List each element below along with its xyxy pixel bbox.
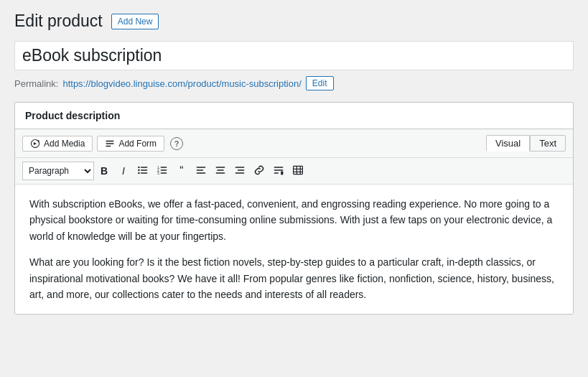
svg-rect-24 bbox=[235, 172, 245, 174]
align-center-icon bbox=[215, 164, 226, 178]
content-paragraph-2: What are you looking for? Is it the best… bbox=[29, 254, 559, 302]
svg-point-6 bbox=[138, 169, 139, 170]
svg-rect-9 bbox=[141, 172, 148, 174]
postbox-title: Product description bbox=[25, 110, 563, 121]
add-form-button[interactable]: Add Form bbox=[97, 136, 164, 152]
ordered-list-button[interactable]: 1.2.3. bbox=[153, 162, 172, 180]
svg-rect-22 bbox=[235, 167, 245, 168]
align-right-icon bbox=[234, 164, 246, 178]
italic-icon: I bbox=[122, 165, 125, 177]
align-left-icon bbox=[195, 164, 207, 178]
svg-rect-5 bbox=[141, 167, 148, 168]
formatting-bar: Paragraph Heading 1 Heading 2 Heading 3 … bbox=[15, 158, 573, 185]
svg-rect-26 bbox=[274, 169, 284, 171]
svg-rect-7 bbox=[141, 169, 148, 171]
svg-rect-25 bbox=[274, 167, 284, 168]
blockquote-button[interactable]: “ bbox=[172, 162, 191, 180]
align-right-button[interactable] bbox=[230, 162, 249, 180]
italic-button[interactable]: I bbox=[114, 162, 133, 180]
svg-rect-17 bbox=[197, 169, 204, 171]
edit-permalink-button[interactable]: Edit bbox=[306, 76, 334, 90]
horizontal-rule-button[interactable] bbox=[269, 162, 288, 180]
align-center-button[interactable] bbox=[211, 162, 230, 180]
tab-visual[interactable]: Visual bbox=[486, 135, 530, 152]
link-icon bbox=[253, 164, 265, 178]
product-description-box: Product description Add Media Add Form ?… bbox=[14, 102, 574, 315]
svg-point-4 bbox=[138, 166, 139, 167]
svg-rect-20 bbox=[217, 169, 224, 171]
svg-rect-11 bbox=[161, 167, 167, 168]
page-title: Edit product bbox=[14, 11, 103, 31]
add-form-icon bbox=[105, 139, 115, 149]
align-left-button[interactable] bbox=[192, 162, 210, 180]
horizontal-rule-icon bbox=[273, 164, 284, 178]
permalink-row: Permalink: https://blogvideo.linguise.co… bbox=[14, 76, 574, 90]
table-icon bbox=[292, 164, 304, 178]
editor-tabs: Visual Text bbox=[486, 135, 566, 152]
bold-icon: B bbox=[101, 165, 108, 177]
add-media-icon bbox=[30, 139, 40, 149]
svg-rect-16 bbox=[197, 167, 206, 168]
help-icon[interactable]: ? bbox=[170, 137, 183, 150]
svg-rect-29 bbox=[294, 166, 303, 174]
table-button[interactable] bbox=[289, 162, 307, 180]
unordered-list-icon bbox=[137, 164, 149, 178]
svg-text:3.: 3. bbox=[157, 170, 161, 174]
svg-rect-27 bbox=[274, 172, 279, 174]
editor-toolbar: Add Media Add Form ? Visual Text bbox=[15, 129, 573, 158]
add-new-button[interactable]: Add New bbox=[111, 14, 159, 29]
bold-button[interactable]: B bbox=[95, 162, 113, 180]
content-paragraph-1: With subscription eBooks, we offer a fas… bbox=[29, 196, 559, 244]
page-header: Edit product Add New bbox=[14, 11, 574, 31]
paragraph-format-select[interactable]: Paragraph Heading 1 Heading 2 Heading 3 … bbox=[22, 162, 94, 180]
svg-rect-18 bbox=[197, 172, 206, 174]
permalink-link[interactable]: https://blogvideo.linguise.com/product/m… bbox=[62, 78, 301, 89]
svg-rect-21 bbox=[216, 172, 225, 174]
unordered-list-button[interactable] bbox=[134, 162, 152, 180]
ordered-list-icon: 1.2.3. bbox=[157, 164, 168, 178]
svg-rect-3 bbox=[106, 145, 111, 146]
svg-point-8 bbox=[138, 172, 139, 173]
svg-rect-13 bbox=[161, 169, 167, 171]
editor-content-area[interactable]: With subscription eBooks, we offer a fas… bbox=[15, 185, 573, 314]
add-media-button[interactable]: Add Media bbox=[22, 136, 93, 152]
product-name-input[interactable] bbox=[14, 41, 574, 70]
postbox-header: Product description bbox=[15, 103, 573, 129]
svg-rect-23 bbox=[238, 169, 245, 171]
svg-rect-28 bbox=[281, 171, 283, 174]
tab-text[interactable]: Text bbox=[530, 135, 566, 152]
svg-rect-1 bbox=[106, 140, 114, 141]
permalink-label: Permalink: bbox=[14, 78, 58, 89]
blockquote-icon: “ bbox=[179, 165, 183, 177]
insert-link-button[interactable] bbox=[250, 162, 269, 180]
svg-rect-19 bbox=[216, 167, 225, 168]
svg-rect-2 bbox=[106, 143, 114, 144]
svg-rect-15 bbox=[161, 172, 167, 174]
